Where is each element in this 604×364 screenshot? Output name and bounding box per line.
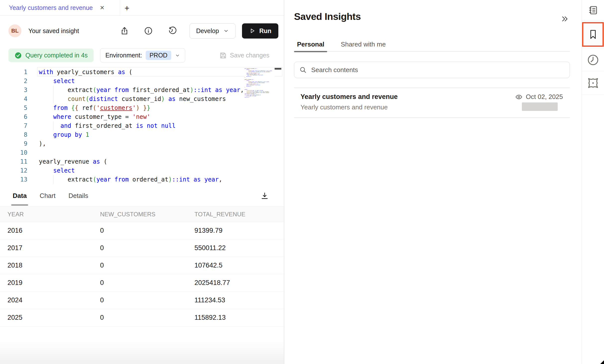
line-number: 2	[0, 77, 27, 86]
column-header-total-revenue: TOTAL_REVENUE	[194, 211, 284, 218]
tab-shared-with-me[interactable]: Shared with me	[341, 37, 386, 51]
table-cell: 2017	[7, 244, 100, 252]
table-body: 2016091399.7920170550011.2220180107642.5…	[0, 222, 284, 326]
tabbar-divider	[120, 0, 120, 15]
insight-title: Yearly customers and revenue	[301, 93, 398, 101]
save-icon	[219, 52, 227, 59]
share-icon	[120, 26, 129, 35]
download-results-button[interactable]	[260, 191, 269, 201]
chevron-down-icon	[175, 53, 180, 58]
results-tab-details[interactable]: Details	[68, 192, 88, 200]
close-tab-icon[interactable]: ✕	[100, 5, 105, 11]
search-icon	[299, 66, 307, 74]
double-chevron-right-icon	[560, 15, 569, 23]
share-button[interactable]	[119, 26, 130, 36]
new-tab-button[interactable]: +	[122, 3, 132, 13]
query-statusbar: Query completed in 4s Environment: PROD …	[0, 46, 284, 65]
line-number: 1	[0, 68, 27, 77]
line-number: 3	[0, 86, 27, 94]
tab-yearly-customers-and-revenue[interactable]: Yearly customers and revenue ✕	[0, 0, 105, 16]
notebook-icon	[588, 5, 598, 15]
line-number: 10	[0, 148, 27, 157]
code-line: 9),	[0, 139, 284, 148]
collapse-panel-button[interactable]	[560, 14, 570, 24]
table-cell: 2016	[7, 227, 100, 234]
code-line: 1with yearly_customers as (	[0, 68, 284, 77]
code-line: 4 count(distinct customer_id) as new_cus…	[0, 94, 284, 103]
insight-meta: Oct 02, 2025	[515, 93, 563, 101]
rail-item-saved-insights[interactable]	[582, 20, 604, 48]
table-row: 20250115892.13	[0, 309, 284, 326]
table-row: 201902025418.77	[0, 274, 284, 292]
saved-insights-panel: Saved Insights Personal Shared with me Y…	[284, 0, 581, 364]
table-cell: 107642.5	[194, 262, 284, 269]
insight-list-item[interactable]: Yearly customers and revenue Oct 02, 202…	[294, 90, 570, 117]
table-cell: 2025	[7, 314, 100, 321]
clock-icon	[586, 53, 600, 67]
table-cell: 0	[100, 244, 194, 252]
avatar: BL	[8, 24, 21, 37]
develop-dropdown[interactable]: Develop	[189, 23, 236, 39]
rail-item-history[interactable]	[582, 48, 604, 71]
save-changes-button[interactable]: Save changes	[219, 52, 269, 59]
line-number: 4	[0, 94, 27, 103]
query-panel: Yearly customers and revenue ✕ + BL Your…	[0, 0, 284, 364]
chevron-down-icon	[223, 28, 229, 34]
rail-item-dbt[interactable]	[582, 71, 604, 95]
right-icon-rail	[582, 0, 604, 364]
sql-editor[interactable]: 1with yearly_customers as (2 select3 ext…	[0, 65, 284, 185]
download-icon	[260, 192, 269, 200]
history-button[interactable]	[167, 26, 178, 36]
table-cell: 0	[100, 227, 194, 234]
table-cell: 0	[100, 279, 194, 287]
check-circle-icon	[14, 52, 22, 59]
table-cell: 2018	[7, 262, 100, 269]
line-number: 11	[0, 157, 27, 166]
search-box[interactable]	[294, 62, 570, 78]
environment-selector[interactable]: Environment: PROD	[100, 48, 185, 62]
code-line: 2 select	[0, 77, 284, 86]
code-line: 3 extract(year from first_ordered_at)::i…	[0, 86, 284, 94]
insight-toolbar: BL Your saved insight Develop	[0, 16, 284, 46]
develop-label: Develop	[196, 27, 219, 35]
rail-item-catalog[interactable]	[582, 0, 604, 20]
info-icon	[144, 26, 153, 35]
table-cell: 0	[100, 262, 194, 269]
code-line: 11yearly_revenue as (	[0, 157, 284, 166]
play-icon	[249, 28, 255, 34]
table-header-row: YEAR NEW_CUSTOMERS TOTAL_REVENUE	[0, 206, 284, 222]
code-line: 6 where customer_type = 'new'	[0, 112, 284, 121]
table-row: 20240111234.53	[0, 292, 284, 309]
bottom-scroll-fade	[0, 340, 284, 364]
run-button[interactable]: Run	[242, 23, 278, 39]
tab-personal[interactable]: Personal	[297, 37, 324, 51]
info-button[interactable]	[143, 26, 154, 36]
results-tab-data[interactable]: Data	[13, 192, 27, 200]
tab-title: Yearly customers and revenue	[9, 4, 93, 11]
insight-label: Your saved insight	[28, 27, 79, 35]
insight-subtitle: Yearly customers and revenue	[301, 103, 388, 111]
line-number: 13	[0, 175, 27, 184]
code-lines: 1with yearly_customers as (2 select3 ext…	[0, 68, 284, 184]
code-line: 7 and first_ordered_at is not null	[0, 121, 284, 130]
environment-badge: PROD	[146, 51, 171, 60]
line-number: 6	[0, 112, 27, 121]
code-line: 5 from {{ ref('customers') }}	[0, 103, 284, 112]
results-tabbar: Data Chart Details	[0, 185, 284, 206]
save-changes-label: Save changes	[230, 52, 269, 59]
dbt-logo-icon	[586, 76, 600, 90]
eye-icon	[515, 93, 523, 101]
table-cell: 111234.53	[194, 296, 284, 304]
editor-minimap[interactable]: with yearly_customers as ( select extrac…	[244, 68, 275, 182]
editor-tabbar: Yearly customers and revenue ✕ +	[0, 0, 284, 16]
table-cell: 2024	[7, 296, 100, 304]
line-number: 12	[0, 166, 27, 175]
results-tab-chart[interactable]: Chart	[40, 192, 56, 200]
editor-scrollbar-thumb[interactable]	[275, 68, 281, 70]
table-cell: 2025418.77	[194, 279, 284, 287]
search-input[interactable]	[311, 66, 565, 74]
code-line: 10	[0, 148, 284, 157]
line-number: 8	[0, 130, 27, 139]
table-cell: 115892.13	[194, 314, 284, 321]
panel-title: Saved Insights	[294, 11, 361, 22]
